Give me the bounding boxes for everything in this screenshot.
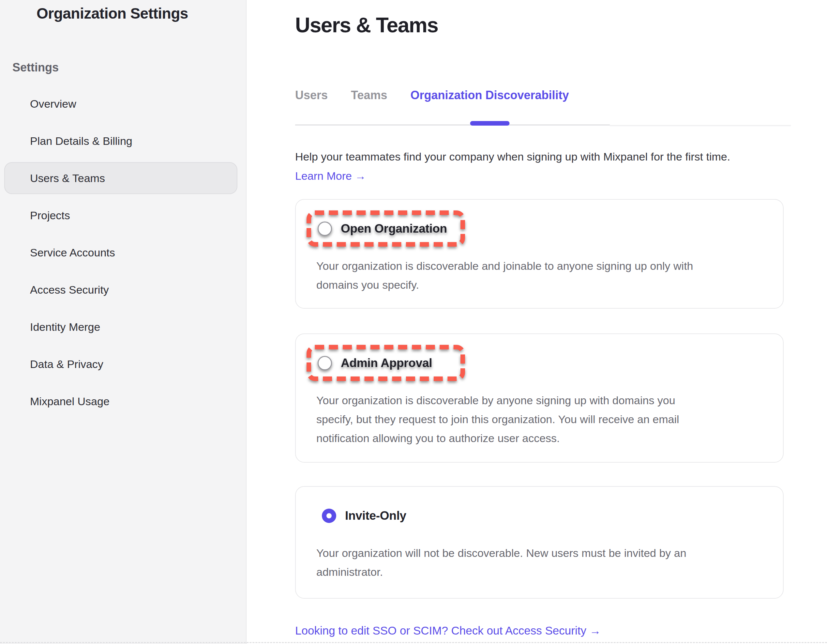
description-line: administrator. <box>316 563 773 581</box>
discoverability-intro-text: Help your teammates find your company wh… <box>295 150 730 163</box>
cropped-element-edge <box>0 642 827 643</box>
tab-teams[interactable]: Teams <box>351 89 387 102</box>
learn-more-link[interactable]: Learn More → <box>295 169 366 182</box>
admin-approval-radio[interactable] <box>318 356 332 370</box>
sidebar-item-users-teams[interactable]: Users & Teams <box>4 162 237 194</box>
sidebar-item-overview[interactable]: Overview <box>4 88 237 120</box>
invite-only-radio[interactable] <box>322 509 336 523</box>
invite-only-label: Invite-Only <box>345 509 406 523</box>
open-organization-radio[interactable] <box>318 222 332 236</box>
open-organization-label: Open Organization <box>341 222 447 236</box>
option-card-invite-only: Invite-Only Your organization will not b… <box>295 486 783 599</box>
sidebar-item-projects[interactable]: Projects <box>4 199 237 231</box>
tab-organization-discoverability-label: Organization Discoverability <box>410 88 569 102</box>
organization-settings-sidebar: Organization Settings Settings Overview … <box>0 0 247 644</box>
page-title: Users & Teams <box>295 13 438 37</box>
description-line: specify, but they request to join this o… <box>316 410 773 429</box>
option-card-open-organization: Open Organization Your organization is d… <box>295 199 783 309</box>
invite-only-description: Your organization will not be discoverab… <box>316 544 773 581</box>
sidebar-nav: Overview Plan Details & Billing Users & … <box>4 88 237 422</box>
invite-only-option[interactable]: Invite-Only <box>307 497 465 534</box>
open-organization-option[interactable]: Open Organization <box>307 210 465 247</box>
active-tab-indicator <box>470 121 509 126</box>
description-line: domains you specify. <box>316 275 773 294</box>
access-security-footer-link[interactable]: Looking to edit SSO or SCIM? Check out A… <box>295 624 601 638</box>
users-teams-main-panel: Users & Teams Users Teams Organization D… <box>247 0 827 644</box>
sidebar-item-mixpanel-usage[interactable]: Mixpanel Usage <box>4 385 237 417</box>
admin-approval-description: Your organization is discoverable by any… <box>316 391 773 448</box>
sidebar-title: Organization Settings <box>36 5 188 22</box>
sidebar-section-label: Settings <box>12 61 59 74</box>
sidebar-item-service-accounts[interactable]: Service Accounts <box>4 236 237 269</box>
description-line: notification allowing you to authorize u… <box>316 429 773 448</box>
description-line: Your organization is discoverable and jo… <box>316 256 773 275</box>
sidebar-item-plan-details-billing[interactable]: Plan Details & Billing <box>4 125 237 157</box>
tab-users[interactable]: Users <box>295 89 328 102</box>
sidebar-item-access-security[interactable]: Access Security <box>4 274 237 306</box>
sidebar-item-identity-merge[interactable]: Identity Merge <box>4 311 237 343</box>
open-organization-description: Your organization is discoverable and jo… <box>316 256 773 294</box>
tab-bar: Users Teams Organization Discoverability <box>295 89 610 126</box>
description-line: Your organization is discoverable by any… <box>316 391 773 410</box>
description-line: Your organization will not be discoverab… <box>316 544 773 563</box>
tab-organization-discoverability[interactable]: Organization Discoverability <box>410 89 569 102</box>
admin-approval-label: Admin Approval <box>341 356 432 370</box>
sidebar-item-data-privacy[interactable]: Data & Privacy <box>4 348 237 380</box>
admin-approval-option[interactable]: Admin Approval <box>307 345 465 381</box>
option-card-admin-approval: Admin Approval Your organization is disc… <box>295 333 783 463</box>
tab-bar-divider-extension <box>610 125 791 126</box>
